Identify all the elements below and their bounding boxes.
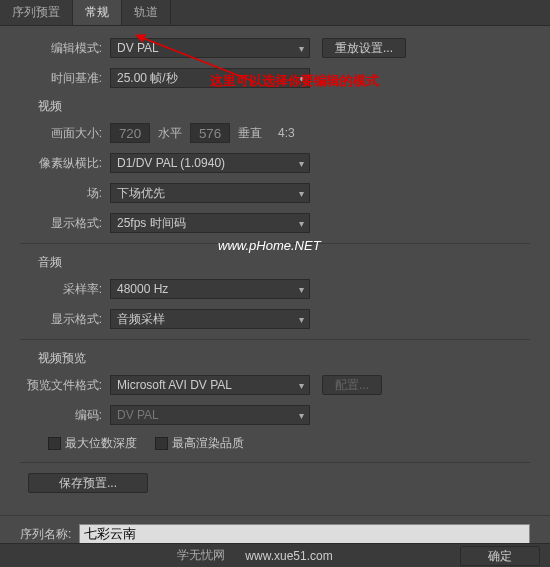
- aspect-ratio-label: 4:3: [278, 126, 295, 140]
- tab-bar: 序列预置 常规 轨道: [0, 0, 550, 26]
- footer-text: 学无忧网: [177, 547, 225, 564]
- vertical-label: 垂直: [238, 125, 262, 142]
- audio-section-title: 音频: [38, 254, 530, 271]
- tab-preset[interactable]: 序列预置: [0, 0, 73, 25]
- video-display-fmt-label: 显示格式:: [20, 215, 110, 232]
- save-preset-button[interactable]: 保存预置...: [28, 473, 148, 493]
- tab-tracks[interactable]: 轨道: [122, 0, 171, 25]
- reset-button[interactable]: 重放设置...: [322, 38, 406, 58]
- preview-section-title: 视频预览: [38, 350, 530, 367]
- general-panel: 编辑模式: DV PAL 重放设置... 时间基准: 25.00 帧/秒 视频 …: [0, 26, 550, 515]
- max-quality-checkbox[interactable]: 最高渲染品质: [155, 435, 244, 452]
- footer-link[interactable]: www.xue51.com: [245, 549, 332, 563]
- sequence-name-input[interactable]: [79, 524, 530, 544]
- frame-height-input[interactable]: [190, 123, 230, 143]
- codec-label: 编码:: [20, 407, 110, 424]
- par-label: 像素纵横比:: [20, 155, 110, 172]
- preview-file-fmt-label: 预览文件格式:: [20, 377, 110, 394]
- edit-mode-dropdown[interactable]: DV PAL: [110, 38, 310, 58]
- par-dropdown[interactable]: D1/DV PAL (1.0940): [110, 153, 310, 173]
- frame-width-input[interactable]: [110, 123, 150, 143]
- config-button[interactable]: 配置...: [322, 375, 382, 395]
- sample-rate-label: 采样率:: [20, 281, 110, 298]
- timebase-dropdown[interactable]: 25.00 帧/秒: [110, 68, 310, 88]
- codec-dropdown: DV PAL: [110, 405, 310, 425]
- footer-bar: 学无忧网 www.xue51.com 确定: [0, 543, 550, 567]
- video-section-title: 视频: [38, 98, 530, 115]
- sample-rate-dropdown[interactable]: 48000 Hz: [110, 279, 310, 299]
- video-display-fmt-dropdown[interactable]: 25fps 时间码: [110, 213, 310, 233]
- field-dropdown[interactable]: 下场优先: [110, 183, 310, 203]
- horizontal-label: 水平: [158, 125, 182, 142]
- frame-size-label: 画面大小:: [20, 125, 110, 142]
- preview-file-fmt-dropdown[interactable]: Microsoft AVI DV PAL: [110, 375, 310, 395]
- sequence-name-label: 序列名称:: [20, 526, 71, 543]
- max-bit-checkbox[interactable]: 最大位数深度: [48, 435, 137, 452]
- ok-button[interactable]: 确定: [460, 546, 540, 566]
- audio-display-fmt-dropdown[interactable]: 音频采样: [110, 309, 310, 329]
- edit-mode-label: 编辑模式:: [20, 40, 110, 57]
- field-label: 场:: [20, 185, 110, 202]
- audio-display-fmt-label: 显示格式:: [20, 311, 110, 328]
- tab-general[interactable]: 常规: [73, 0, 122, 25]
- timebase-label: 时间基准:: [20, 70, 110, 87]
